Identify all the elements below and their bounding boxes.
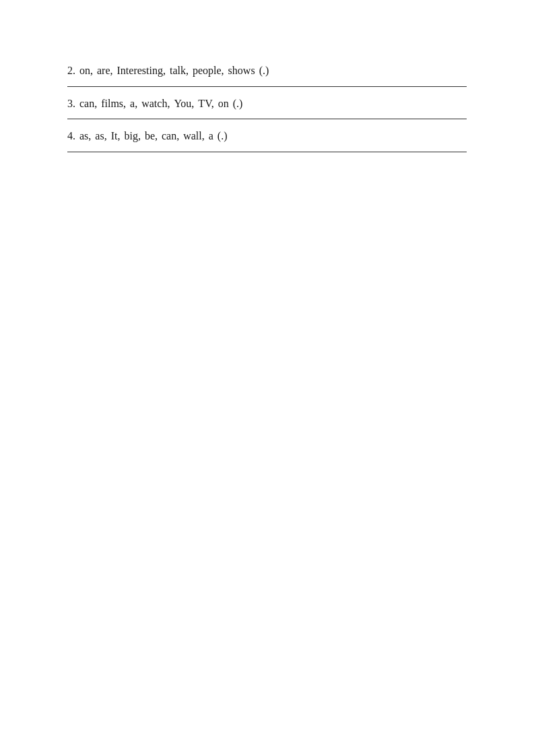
word-1-6: on [218,95,229,113]
word-2-1: as, [95,127,106,145]
word-1-4: You, [174,95,194,113]
word-0-3: talk, [170,62,189,80]
word-2-6: wall, [183,127,205,145]
exercise-row-3: 4.as,as,It,big,be,can,wall,a(.) [67,119,467,152]
word-0-0: on, [79,62,93,80]
word-1-5: TV, [198,95,213,113]
word-1-7: (.) [233,95,243,113]
word-0-1: are, [97,62,113,80]
word-1-0: can, [79,95,97,113]
word-2-5: can, [162,127,179,145]
word-0-4: people, [193,62,224,80]
word-2-3: big, [124,127,140,145]
exercise-row-2: 3.can,films,a,watch,You,TV,on(.) [67,87,467,119]
exercise-number-1: 2. [67,62,75,80]
word-1-3: watch, [141,95,170,113]
word-2-8: (.) [218,127,228,145]
divider-3 [67,152,467,152]
word-2-0: as, [79,127,91,145]
word-2-4: be, [145,127,158,145]
word-2-2: It, [111,127,121,145]
exercise-row-1: 2.on,are,Interesting,talk,people,shows(.… [67,54,467,86]
exercise-number-3: 4. [67,127,75,145]
word-1-1: films, [101,95,126,113]
exercise-number-2: 3. [67,95,75,113]
word-0-6: (.) [259,62,269,80]
word-1-2: a, [130,95,137,113]
exercise-item-3: 4.as,as,It,big,be,can,wall,a(.) [67,119,467,152]
exercises-container: 2.on,are,Interesting,talk,people,shows(.… [67,54,467,152]
exercise-item-1: 2.on,are,Interesting,talk,people,shows(.… [67,54,467,87]
word-0-2: Interesting, [117,62,166,80]
exercise-item-2: 3.can,films,a,watch,You,TV,on(.) [67,87,467,120]
page: 2.on,are,Interesting,talk,people,shows(.… [0,0,534,756]
word-2-7: a [209,127,213,145]
word-0-5: shows [228,62,255,80]
